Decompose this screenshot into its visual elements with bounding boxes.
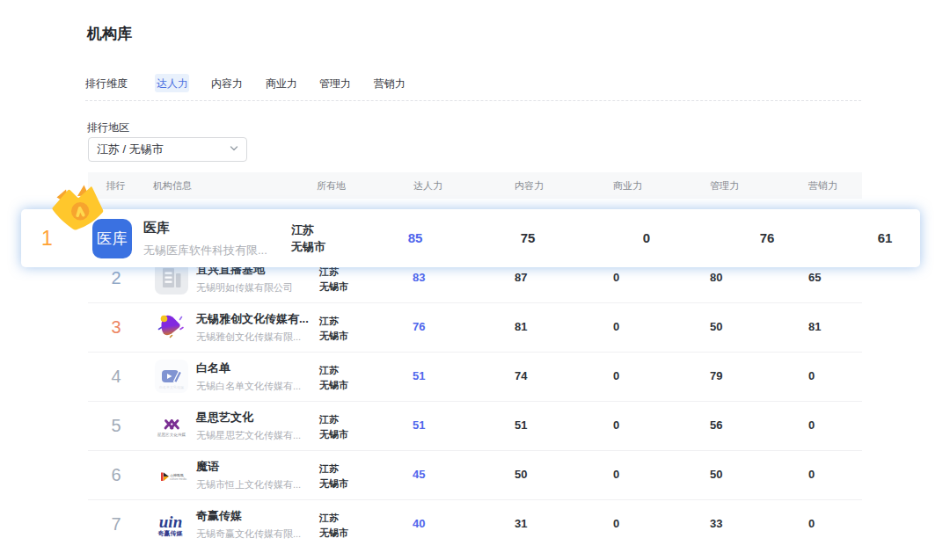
svg-text:白名单文化传媒: 白名单文化传媒 — [159, 385, 184, 389]
svg-text:小神呱呱: 小神呱呱 — [170, 473, 184, 477]
svg-text:uin: uin — [159, 513, 182, 531]
svg-text:星思艺文化传媒: 星思艺文化传媒 — [157, 432, 186, 438]
svg-text:culture media: culture media — [170, 477, 186, 481]
svg-text:奇赢传媒: 奇赢传媒 — [157, 529, 184, 537]
